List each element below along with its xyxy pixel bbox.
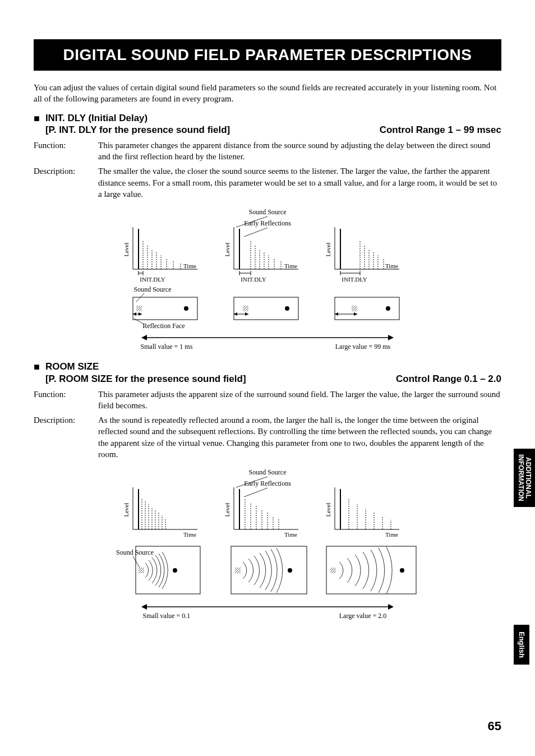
label-early-reflections-1: Early Reflections [244, 219, 291, 227]
svg-line-96 [133, 556, 140, 568]
rs-axis-level-2: Level [224, 503, 230, 517]
intro-text: You can adjust the values of certain dig… [34, 82, 501, 105]
function-text: This parameter changes the apparent dist… [98, 140, 501, 163]
label-early-reflections-2: Early Reflections [244, 480, 291, 487]
label-init-dly-2: INIT.DLY [241, 276, 266, 283]
figure-init-dly: Sound Source Early Reflections Level Tim… [34, 208, 501, 356]
svg-line-1 [244, 228, 268, 237]
page-title: DIGITAL SOUND FIELD PARAMETER DESCRIPTIO… [63, 46, 472, 63]
section-1-description: Description: The smaller the value, the … [34, 165, 501, 200]
description-text: As the sound is repeatedly reflected aro… [98, 414, 501, 460]
figure-room-size: Sound Source Early Reflections Level Tim… [34, 468, 501, 627]
square-bullet-icon: ■ [34, 113, 40, 123]
rs-axis-time-2: Time [284, 531, 297, 538]
svg-marker-53 [234, 312, 237, 316]
description-label: Description: [34, 414, 98, 460]
svg-rect-43 [136, 306, 142, 311]
label-init-dly-3: INIT.DLY [342, 276, 367, 283]
svg-marker-59 [335, 312, 338, 316]
section-1-heading-line2-right: Control Range 1 – 99 msec [380, 124, 501, 136]
description-text: The smaller the value, the closer the so… [98, 165, 501, 200]
axis-time-2: Time [284, 262, 297, 269]
section-2-heading-line1: ROOM SIZE [45, 361, 501, 372]
svg-point-99 [173, 568, 177, 573]
svg-marker-62 [141, 335, 147, 340]
side-tab-additional-info: ADDITIONAL INFORMATION [514, 449, 535, 507]
svg-marker-46 [133, 312, 136, 316]
section-2-heading-line2-left: [P. ROOM SIZE for the presence sound fie… [45, 373, 246, 385]
rs-room-2 [231, 546, 307, 594]
svg-line-65 [244, 488, 268, 497]
rs-room-3 [326, 546, 416, 594]
page-title-bar: DIGITAL SOUND FIELD PARAMETER DESCRIPTIO… [34, 39, 501, 71]
room-3 [335, 297, 399, 320]
page-number: 65 [488, 719, 501, 734]
label-sound-source-4: Sound Source [116, 548, 154, 556]
rs-axis-time-1: Time [183, 531, 196, 538]
label-sound-source: Sound Source [249, 208, 287, 216]
section-1-heading-line2-left: [P. INT. DLY for the presence sound fiel… [45, 124, 230, 136]
svg-marker-63 [388, 335, 394, 340]
svg-rect-104 [330, 568, 336, 573]
room-1 [133, 297, 197, 320]
label-reflection-face: Reflection Face [142, 322, 185, 330]
section-2-description: Description: As the sound is repeatedly … [34, 414, 501, 460]
description-label: Description: [34, 165, 98, 200]
axis-level-1: Level [123, 243, 130, 257]
label-small-value-1: Small value = 1 ms [141, 343, 193, 351]
label-init-dly-1: INIT.DLY [140, 276, 165, 283]
rs-chart-2: Level Time [224, 487, 298, 538]
svg-rect-56 [352, 306, 357, 311]
axis-level-3: Level [325, 243, 331, 257]
label-small-value-2: Small value = 0.1 [143, 612, 191, 620]
label-sound-source-2: Sound Source [134, 285, 172, 293]
svg-point-51 [285, 306, 289, 311]
svg-marker-47 [139, 312, 142, 316]
section-2-heading-line2-right: Control Range 0.1 – 2.0 [396, 373, 501, 385]
side-tabs: ADDITIONAL INFORMATION English [514, 449, 535, 665]
label-sound-source-3: Sound Source [249, 468, 287, 476]
square-bullet-icon: ■ [34, 362, 40, 372]
chart-2: Level Time INIT.DLY [224, 227, 298, 283]
label-large-value-2: Large value = 2.0 [339, 612, 387, 620]
chart-3: Level Time INIT.DLY [325, 227, 399, 283]
svg-point-44 [184, 306, 188, 311]
label-large-value-1: Large value = 99 ms [335, 343, 391, 351]
svg-point-105 [400, 568, 404, 573]
function-text: This parameter adjusts the apparent size… [98, 389, 501, 412]
function-label: Function: [34, 389, 98, 412]
chart-1: Level Time INIT.DLY [123, 227, 197, 283]
svg-rect-100 [231, 546, 307, 594]
rs-axis-level-3: Level [325, 503, 331, 517]
svg-marker-108 [388, 604, 394, 610]
svg-point-57 [386, 306, 390, 311]
axis-level-2: Level [224, 243, 230, 257]
rs-axis-time-3: Time [385, 531, 398, 538]
svg-rect-101 [235, 568, 241, 573]
section-1-heading: ■ INIT. DLY (Initial Delay) [P. INT. DLY… [34, 113, 501, 136]
rs-chart-1: Level Time [123, 487, 197, 538]
axis-time-1: Time [183, 262, 196, 269]
svg-rect-98 [139, 568, 144, 573]
rs-axis-level-1: Level [123, 503, 130, 517]
axis-time-3: Time [385, 262, 398, 269]
page-content: DIGITAL SOUND FIELD PARAMETER DESCRIPTIO… [0, 0, 535, 655]
svg-marker-60 [354, 312, 357, 316]
section-1-heading-line1: INIT. DLY (Initial Delay) [45, 113, 501, 124]
svg-point-102 [288, 568, 292, 573]
svg-rect-50 [243, 306, 248, 311]
section-2-function: Function: This parameter adjusts the app… [34, 389, 501, 412]
section-1-function: Function: This parameter changes the app… [34, 140, 501, 163]
side-tab-english: English [514, 625, 529, 665]
section-2-heading: ■ ROOM SIZE [P. ROOM SIZE for the presen… [34, 361, 501, 385]
function-label: Function: [34, 140, 98, 163]
rs-chart-3: Level Time [325, 487, 399, 538]
svg-marker-107 [141, 604, 147, 610]
svg-marker-54 [245, 312, 248, 316]
room-2 [234, 297, 298, 320]
